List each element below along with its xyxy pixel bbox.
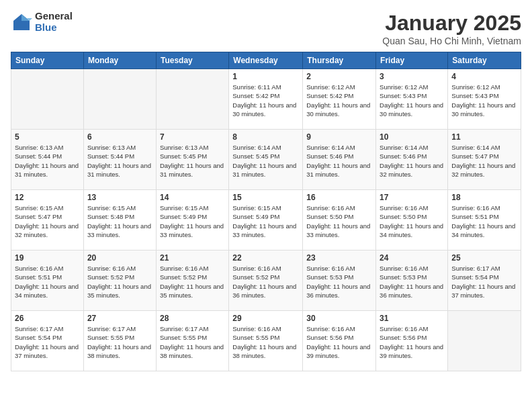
day-number: 16 bbox=[306, 193, 372, 202]
title-block: January 2025 Quan Sau, Ho Chi Minh, Viet… bbox=[382, 11, 521, 46]
calendar-cell: 4Sunrise: 6:12 AM Sunset: 5:43 PM Daylig… bbox=[448, 69, 521, 130]
logo: General Blue bbox=[11, 11, 73, 33]
calendar-cell bbox=[156, 69, 228, 130]
day-number: 31 bbox=[380, 314, 444, 323]
calendar-cell: 26Sunrise: 6:17 AM Sunset: 5:54 PM Dayli… bbox=[11, 311, 84, 371]
calendar-cell: 28Sunrise: 6:17 AM Sunset: 5:55 PM Dayli… bbox=[156, 311, 228, 371]
calendar-cell: 18Sunrise: 6:16 AM Sunset: 5:51 PM Dayli… bbox=[448, 190, 521, 250]
day-info: Sunrise: 6:12 AM Sunset: 5:43 PM Dayligh… bbox=[451, 83, 517, 118]
calendar-cell: 10Sunrise: 6:14 AM Sunset: 5:46 PM Dayli… bbox=[376, 130, 448, 190]
day-number: 18 bbox=[451, 193, 517, 202]
day-number: 8 bbox=[232, 132, 299, 142]
day-number: 15 bbox=[232, 193, 299, 202]
day-number: 26 bbox=[15, 314, 80, 323]
calendar-day-header: Friday bbox=[376, 52, 448, 69]
day-info: Sunrise: 6:14 AM Sunset: 5:46 PM Dayligh… bbox=[380, 143, 444, 179]
day-number: 1 bbox=[232, 72, 299, 81]
calendar-cell: 30Sunrise: 6:16 AM Sunset: 5:56 PM Dayli… bbox=[303, 311, 376, 371]
day-info: Sunrise: 6:16 AM Sunset: 5:53 PM Dayligh… bbox=[306, 264, 372, 300]
calendar-cell: 21Sunrise: 6:16 AM Sunset: 5:52 PM Dayli… bbox=[156, 250, 228, 311]
day-number: 3 bbox=[380, 72, 444, 81]
day-info: Sunrise: 6:13 AM Sunset: 5:44 PM Dayligh… bbox=[87, 143, 152, 179]
day-number: 27 bbox=[87, 314, 152, 323]
day-info: Sunrise: 6:16 AM Sunset: 5:56 PM Dayligh… bbox=[306, 324, 372, 360]
day-info: Sunrise: 6:17 AM Sunset: 5:55 PM Dayligh… bbox=[160, 324, 225, 360]
day-info: Sunrise: 6:16 AM Sunset: 5:50 PM Dayligh… bbox=[380, 203, 444, 239]
logo-blue-text: Blue bbox=[35, 22, 73, 34]
day-number: 25 bbox=[451, 253, 517, 263]
calendar-week-row: 19Sunrise: 6:16 AM Sunset: 5:51 PM Dayli… bbox=[11, 250, 521, 311]
logo-icon bbox=[11, 11, 32, 33]
calendar-week-row: 26Sunrise: 6:17 AM Sunset: 5:54 PM Dayli… bbox=[11, 311, 521, 371]
calendar-week-row: 5Sunrise: 6:13 AM Sunset: 5:44 PM Daylig… bbox=[11, 130, 521, 190]
day-number: 29 bbox=[232, 314, 299, 323]
day-number: 28 bbox=[160, 314, 225, 323]
calendar-cell: 14Sunrise: 6:15 AM Sunset: 5:49 PM Dayli… bbox=[156, 190, 228, 250]
day-info: Sunrise: 6:13 AM Sunset: 5:44 PM Dayligh… bbox=[15, 143, 80, 179]
day-info: Sunrise: 6:11 AM Sunset: 5:42 PM Dayligh… bbox=[232, 83, 299, 118]
calendar-header-row: SundayMondayTuesdayWednesdayThursdayFrid… bbox=[11, 52, 521, 69]
day-info: Sunrise: 6:16 AM Sunset: 5:53 PM Dayligh… bbox=[380, 264, 444, 300]
calendar-location: Quan Sau, Ho Chi Minh, Vietnam bbox=[382, 36, 521, 46]
calendar-cell: 27Sunrise: 6:17 AM Sunset: 5:55 PM Dayli… bbox=[83, 311, 156, 371]
day-info: Sunrise: 6:16 AM Sunset: 5:52 PM Dayligh… bbox=[232, 264, 299, 300]
day-number: 22 bbox=[232, 253, 299, 263]
calendar-cell: 13Sunrise: 6:15 AM Sunset: 5:48 PM Dayli… bbox=[83, 190, 156, 250]
calendar-cell: 12Sunrise: 6:15 AM Sunset: 5:47 PM Dayli… bbox=[11, 190, 84, 250]
day-info: Sunrise: 6:15 AM Sunset: 5:48 PM Dayligh… bbox=[87, 203, 152, 239]
calendar-cell: 1Sunrise: 6:11 AM Sunset: 5:42 PM Daylig… bbox=[229, 69, 303, 130]
calendar-cell: 6Sunrise: 6:13 AM Sunset: 5:44 PM Daylig… bbox=[83, 130, 156, 190]
calendar-cell bbox=[11, 69, 84, 130]
calendar-day-header: Wednesday bbox=[229, 52, 303, 69]
calendar-day-header: Thursday bbox=[303, 52, 376, 69]
day-info: Sunrise: 6:16 AM Sunset: 5:55 PM Dayligh… bbox=[232, 324, 299, 360]
logo-text: General Blue bbox=[35, 11, 73, 33]
day-info: Sunrise: 6:15 AM Sunset: 5:49 PM Dayligh… bbox=[232, 203, 299, 239]
day-info: Sunrise: 6:16 AM Sunset: 5:51 PM Dayligh… bbox=[451, 203, 517, 239]
day-number: 4 bbox=[451, 72, 517, 81]
day-info: Sunrise: 6:17 AM Sunset: 5:54 PM Dayligh… bbox=[451, 264, 517, 300]
day-info: Sunrise: 6:14 AM Sunset: 5:45 PM Dayligh… bbox=[232, 143, 299, 179]
calendar-cell: 25Sunrise: 6:17 AM Sunset: 5:54 PM Dayli… bbox=[448, 250, 521, 311]
calendar-day-header: Sunday bbox=[11, 52, 84, 69]
calendar-cell: 2Sunrise: 6:12 AM Sunset: 5:42 PM Daylig… bbox=[303, 69, 376, 130]
day-info: Sunrise: 6:16 AM Sunset: 5:56 PM Dayligh… bbox=[380, 324, 444, 360]
day-info: Sunrise: 6:14 AM Sunset: 5:46 PM Dayligh… bbox=[306, 143, 372, 179]
day-number: 14 bbox=[160, 193, 225, 202]
day-number: 23 bbox=[306, 253, 372, 263]
calendar-cell: 3Sunrise: 6:12 AM Sunset: 5:43 PM Daylig… bbox=[376, 69, 448, 130]
page-header: General Blue January 2025 Quan Sau, Ho C… bbox=[11, 11, 521, 46]
logo-general-text: General bbox=[35, 11, 73, 22]
day-info: Sunrise: 6:12 AM Sunset: 5:43 PM Dayligh… bbox=[380, 83, 444, 118]
calendar-cell: 20Sunrise: 6:16 AM Sunset: 5:52 PM Dayli… bbox=[83, 250, 156, 311]
calendar-day-header: Monday bbox=[83, 52, 156, 69]
day-info: Sunrise: 6:17 AM Sunset: 5:55 PM Dayligh… bbox=[87, 324, 152, 360]
calendar-cell: 17Sunrise: 6:16 AM Sunset: 5:50 PM Dayli… bbox=[376, 190, 448, 250]
calendar-cell: 11Sunrise: 6:14 AM Sunset: 5:47 PM Dayli… bbox=[448, 130, 521, 190]
day-info: Sunrise: 6:15 AM Sunset: 5:47 PM Dayligh… bbox=[15, 203, 80, 239]
calendar-cell: 5Sunrise: 6:13 AM Sunset: 5:44 PM Daylig… bbox=[11, 130, 84, 190]
day-number: 7 bbox=[160, 132, 225, 142]
day-number: 21 bbox=[160, 253, 225, 263]
day-number: 24 bbox=[380, 253, 444, 263]
day-info: Sunrise: 6:14 AM Sunset: 5:47 PM Dayligh… bbox=[451, 143, 517, 179]
calendar-cell: 23Sunrise: 6:16 AM Sunset: 5:53 PM Dayli… bbox=[303, 250, 376, 311]
calendar-cell: 16Sunrise: 6:16 AM Sunset: 5:50 PM Dayli… bbox=[303, 190, 376, 250]
calendar-cell: 24Sunrise: 6:16 AM Sunset: 5:53 PM Dayli… bbox=[376, 250, 448, 311]
calendar-cell: 15Sunrise: 6:15 AM Sunset: 5:49 PM Dayli… bbox=[229, 190, 303, 250]
day-number: 13 bbox=[87, 193, 152, 202]
day-number: 19 bbox=[15, 253, 80, 263]
day-info: Sunrise: 6:16 AM Sunset: 5:51 PM Dayligh… bbox=[15, 264, 80, 300]
day-number: 11 bbox=[451, 132, 517, 142]
calendar-cell: 9Sunrise: 6:14 AM Sunset: 5:46 PM Daylig… bbox=[303, 130, 376, 190]
day-number: 5 bbox=[15, 132, 80, 142]
day-number: 2 bbox=[306, 72, 372, 81]
calendar-week-row: 12Sunrise: 6:15 AM Sunset: 5:47 PM Dayli… bbox=[11, 190, 521, 250]
day-number: 12 bbox=[15, 193, 80, 202]
calendar-week-row: 1Sunrise: 6:11 AM Sunset: 5:42 PM Daylig… bbox=[11, 69, 521, 130]
calendar-cell: 31Sunrise: 6:16 AM Sunset: 5:56 PM Dayli… bbox=[376, 311, 448, 371]
day-number: 10 bbox=[380, 132, 444, 142]
calendar-table: SundayMondayTuesdayWednesdayThursdayFrid… bbox=[11, 52, 521, 371]
day-number: 6 bbox=[87, 132, 152, 142]
calendar-cell: 8Sunrise: 6:14 AM Sunset: 5:45 PM Daylig… bbox=[229, 130, 303, 190]
